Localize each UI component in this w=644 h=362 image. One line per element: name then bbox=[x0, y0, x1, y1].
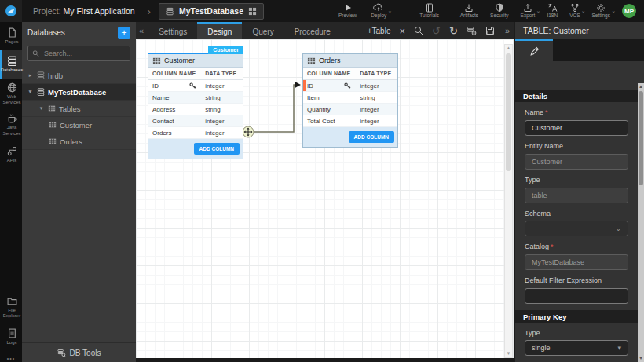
table-row[interactable]: ID integer bbox=[148, 80, 243, 92]
database-search[interactable] bbox=[27, 46, 130, 61]
sync-database-icon[interactable] bbox=[467, 26, 477, 35]
orders-column-headers: COLUMN NAME DATA TYPE bbox=[303, 68, 397, 80]
database-icon bbox=[166, 7, 174, 16]
db-tools-button[interactable]: DB Tools bbox=[22, 342, 136, 362]
catalog-input[interactable] bbox=[525, 254, 628, 270]
left-nav-rail: Pages Databases Web Services bbox=[0, 22, 22, 362]
tree-item-orders[interactable]: Orders bbox=[22, 133, 136, 150]
table-row[interactable]: ID integer bbox=[303, 80, 397, 92]
vcs-button[interactable]: VCS ⌄ bbox=[569, 3, 580, 19]
tree-item-mytestdatabase[interactable]: ▾ MyTestDatabase bbox=[22, 84, 136, 101]
save-icon[interactable] bbox=[485, 26, 495, 35]
sidebar-item-java-services[interactable]: Java Services bbox=[0, 109, 22, 140]
orders-table-widget[interactable]: Orders COLUMN NAME DATA TYPE ID integer … bbox=[302, 53, 398, 148]
table-row[interactable]: Total Cost integer bbox=[303, 115, 397, 127]
cloud-upload-icon bbox=[373, 3, 384, 13]
relation-drag-handle bbox=[243, 126, 254, 137]
table-row[interactable]: Contact integer bbox=[148, 115, 243, 127]
language-icon bbox=[547, 3, 558, 13]
add-database-button[interactable]: + bbox=[118, 27, 130, 39]
database-tab-label: MyTestDatabase bbox=[179, 6, 243, 16]
undo-icon[interactable]: ↺ bbox=[432, 26, 441, 36]
settings-button[interactable]: Settings ⌄ bbox=[592, 3, 611, 19]
tab-design[interactable]: Design bbox=[197, 22, 242, 39]
delete-icon[interactable]: × bbox=[399, 26, 405, 36]
tutorials-button[interactable]: Tutorials bbox=[419, 3, 439, 19]
coffee-cup-icon bbox=[7, 113, 17, 123]
table-icon bbox=[48, 104, 56, 112]
sidebar-item-pages[interactable]: Pages bbox=[0, 22, 22, 50]
sidebar-item-logs[interactable]: Logs bbox=[0, 323, 22, 351]
schema-select[interactable]: ⌄ bbox=[525, 221, 628, 236]
tree-item-hrdb[interactable]: ▸ hrdb bbox=[22, 68, 136, 84]
default-filter-input[interactable] bbox=[525, 288, 628, 304]
tab-query[interactable]: Query bbox=[242, 22, 284, 39]
table-row[interactable]: Address string bbox=[148, 104, 243, 115]
table-row[interactable]: Name string bbox=[148, 92, 243, 104]
name-input[interactable] bbox=[525, 120, 628, 136]
scrollbar-thumb[interactable] bbox=[639, 91, 643, 185]
tree-item-tables[interactable]: ▾ Tables bbox=[22, 101, 136, 117]
canvas-vertical-scrollbar[interactable]: ▲ ▼ bbox=[504, 44, 513, 358]
project-name: My First Application bbox=[64, 6, 135, 16]
sidebar-item-databases[interactable]: Databases bbox=[0, 50, 22, 79]
caret-down-icon: ▾ bbox=[617, 344, 621, 352]
entity-name-input[interactable] bbox=[525, 154, 628, 170]
scroll-up-icon[interactable]: ▲ bbox=[505, 45, 512, 52]
scrollbar-thumb[interactable] bbox=[506, 53, 511, 171]
zoom-search-icon[interactable] bbox=[414, 26, 423, 35]
databases-panel-header: Databases + bbox=[22, 22, 136, 43]
search-input[interactable] bbox=[42, 49, 126, 58]
table-icon bbox=[152, 57, 161, 65]
table-row[interactable]: Orders integer bbox=[148, 127, 243, 139]
database-icon bbox=[37, 71, 45, 79]
pencil-icon bbox=[529, 46, 540, 57]
inspector-title: TABLE: Customer bbox=[515, 22, 644, 39]
orders-table-header[interactable]: Orders bbox=[303, 54, 397, 68]
table-row[interactable]: Item string bbox=[303, 92, 397, 104]
type-input[interactable] bbox=[525, 188, 628, 203]
wavemaker-logo[interactable] bbox=[0, 0, 22, 22]
primary-key-icon bbox=[189, 82, 196, 90]
tree-expanded-icon[interactable]: ▾ bbox=[38, 105, 45, 112]
inspector-scrollbar[interactable]: ▲ ▼ bbox=[638, 83, 644, 362]
artifacts-button[interactable]: Artifacts bbox=[460, 3, 478, 19]
preview-button[interactable]: Preview bbox=[338, 3, 357, 19]
folder-icon bbox=[7, 296, 17, 306]
security-button[interactable]: Security bbox=[490, 3, 508, 19]
edit-tab[interactable] bbox=[515, 39, 553, 61]
tab-settings[interactable]: Settings bbox=[148, 22, 197, 39]
scroll-up-icon[interactable]: ▲ bbox=[638, 83, 644, 90]
search-icon bbox=[32, 49, 39, 57]
tab-procedure[interactable]: Procedure bbox=[284, 22, 341, 39]
more-options-icon[interactable]: ••• bbox=[0, 356, 22, 361]
deploy-button[interactable]: Deploy ⌄ bbox=[371, 3, 386, 19]
play-icon bbox=[343, 3, 353, 13]
collapse-panel-icon[interactable]: « bbox=[139, 26, 144, 35]
tree-expanded-icon[interactable]: ▾ bbox=[27, 89, 34, 95]
user-avatar[interactable]: MP bbox=[622, 4, 636, 18]
scroll-down-icon[interactable]: ▼ bbox=[638, 355, 644, 362]
redo-icon[interactable]: ↻ bbox=[449, 26, 458, 36]
expand-panel-icon[interactable]: » bbox=[505, 26, 510, 35]
database-tab[interactable]: MyTestDatabase bbox=[159, 3, 264, 20]
add-table-button[interactable]: +Table bbox=[368, 27, 391, 35]
scroll-down-icon[interactable]: ▼ bbox=[505, 350, 512, 357]
add-column-button[interactable]: ADD COLUMN bbox=[349, 131, 394, 143]
customer-table-header[interactable]: Customer bbox=[148, 54, 243, 68]
field-schema: Schema ⌄ bbox=[525, 210, 628, 236]
page-icon bbox=[7, 27, 17, 38]
schema-design-canvas[interactable]: Customer Customer COLUMN NAME DATA TYPE … bbox=[136, 39, 514, 362]
table-row[interactable]: Quantity integer bbox=[303, 104, 397, 115]
sidebar-item-file-explorer[interactable]: File Explorer bbox=[0, 292, 22, 323]
export-button[interactable]: Export ⌄ bbox=[521, 3, 536, 19]
sidebar-item-apis[interactable]: APIs bbox=[0, 141, 22, 169]
tree-item-customer[interactable]: Customer bbox=[22, 117, 136, 133]
add-column-button[interactable]: ADD COLUMN bbox=[194, 143, 240, 155]
i18n-button[interactable]: I18N bbox=[547, 3, 558, 19]
pk-type-select[interactable]: single ▾ bbox=[525, 340, 628, 356]
tree-collapsed-icon[interactable]: ▸ bbox=[27, 72, 34, 79]
customer-table-widget[interactable]: Customer Customer COLUMN NAME DATA TYPE … bbox=[148, 53, 243, 159]
artifacts-download-icon bbox=[464, 3, 474, 13]
sidebar-item-web-services[interactable]: Web Services bbox=[0, 79, 22, 109]
